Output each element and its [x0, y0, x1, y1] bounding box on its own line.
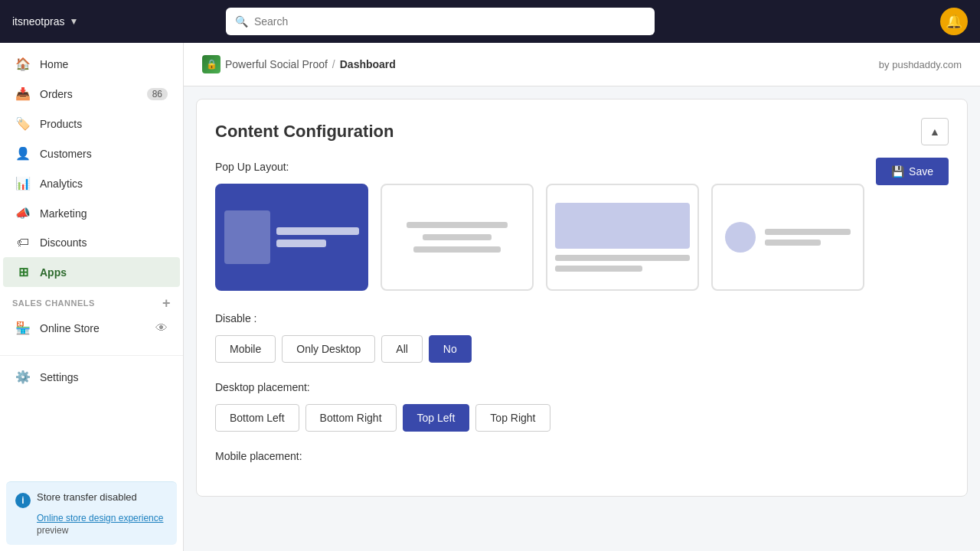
panel-header: Content Configuration ▲: [215, 118, 949, 145]
layout4-line2: [765, 240, 821, 246]
disable-section: Disable : Mobile Only Desktop All No: [215, 312, 949, 363]
sidebar-item-label: Products: [40, 118, 82, 130]
disable-all-button[interactable]: All: [381, 335, 423, 363]
store-name: itsneotpras: [12, 15, 64, 28]
analytics-icon: 📊: [15, 176, 31, 191]
layout2-line1: [407, 222, 507, 228]
home-icon: 🏠: [15, 57, 31, 71]
layout4-thumb-circle: [725, 222, 756, 253]
content-configuration-panel: Content Configuration ▲ 💾 Save Pop Up La…: [196, 99, 968, 497]
add-channel-button[interactable]: +: [162, 296, 171, 310]
eye-icon[interactable]: 👁: [155, 321, 168, 335]
layout2-line3: [413, 246, 501, 253]
orders-badge: 86: [147, 88, 168, 100]
layout-cards: [215, 184, 949, 291]
sidebar-item-settings[interactable]: ⚙️ Settings: [3, 362, 180, 392]
layout1-thumb-lines: [276, 227, 359, 247]
breadcrumb-current: Dashboard: [340, 58, 396, 70]
layout2-inner: [382, 210, 532, 265]
layout1-line1: [276, 227, 359, 235]
layout3-lines: [555, 255, 690, 272]
settings-icon: ⚙️: [15, 370, 31, 384]
popup-layout-section: Pop Up Layout:: [215, 161, 949, 291]
topbar: itsneotpras ▼ 🔍 🔔: [0, 0, 980, 43]
products-icon: 🏷️: [15, 116, 31, 131]
breadcrumb-separator: /: [332, 58, 335, 70]
layout1-inner: [217, 185, 367, 289]
placement-bottom-left-button[interactable]: Bottom Left: [215, 404, 299, 432]
mobile-placement-section: Mobile placement:: [215, 450, 949, 462]
search-icon: 🔍: [235, 15, 248, 28]
marketing-icon: 📣: [15, 206, 31, 220]
sidebar-item-orders[interactable]: 📥 Orders 86: [3, 79, 180, 109]
desktop-placement-section: Desktop placement: Bottom Left Bottom Ri…: [215, 381, 949, 432]
disable-mobile-button[interactable]: Mobile: [215, 335, 276, 363]
sidebar-nav: 🏠 Home 📥 Orders 86 🏷️ Products 👤 Custome…: [0, 43, 183, 475]
footer-preview: preview: [37, 525, 68, 536]
customers-icon: 👤: [15, 146, 31, 161]
layout4-inner: [713, 210, 863, 265]
desktop-placement-label: Desktop placement:: [215, 381, 949, 393]
layout-card-3[interactable]: [546, 184, 699, 291]
layout4-line1: [765, 229, 851, 235]
layout-card-1[interactable]: [215, 184, 368, 291]
footer-top: i Store transfer disabled: [15, 491, 168, 508]
panel-title: Content Configuration: [215, 122, 394, 142]
placement-top-left-button[interactable]: Top Left: [403, 404, 470, 432]
layout4-lines: [765, 229, 851, 246]
search-bar: 🔍: [226, 8, 655, 35]
collapse-button[interactable]: ▲: [921, 118, 949, 145]
layout2-line2: [423, 234, 492, 240]
panel-scroll[interactable]: Content Configuration ▲ 💾 Save Pop Up La…: [184, 86, 980, 551]
main-layout: 🏠 Home 📥 Orders 86 🏷️ Products 👤 Custome…: [0, 43, 980, 551]
discounts-icon: 🏷: [15, 236, 31, 249]
sidebar-item-analytics[interactable]: 📊 Analytics: [3, 168, 180, 198]
sidebar-item-label: Online Store: [40, 322, 100, 334]
breadcrumb: 🔒 Powerful Social Proof / Dashboard: [202, 55, 396, 73]
disable-no-button[interactable]: No: [429, 335, 472, 363]
placement-top-right-button[interactable]: Top Right: [475, 404, 550, 432]
apps-icon: ⊞: [15, 265, 31, 279]
footer-link[interactable]: Online store design experience: [37, 513, 163, 523]
layout3-line2: [555, 266, 642, 272]
sidebar-item-marketing[interactable]: 📣 Marketing: [3, 198, 180, 228]
app-logo-icon: 🔒: [202, 55, 220, 73]
sidebar-item-online-store[interactable]: 🏪 Online Store 👁: [3, 313, 180, 343]
sidebar-item-label: Settings: [40, 371, 79, 383]
save-icon: 💾: [891, 165, 904, 178]
search-input[interactable]: [254, 15, 645, 28]
footer-title: Store transfer disabled: [37, 491, 137, 503]
breadcrumb-bar: 🔒 Powerful Social Proof / Dashboard by p…: [184, 43, 980, 86]
sidebar-item-label: Orders: [40, 88, 73, 100]
sidebar-item-apps[interactable]: ⊞ Apps: [3, 257, 180, 287]
sidebar: 🏠 Home 📥 Orders 86 🏷️ Products 👤 Custome…: [0, 43, 184, 551]
disable-btn-group: Mobile Only Desktop All No: [215, 335, 949, 363]
layout1-line2: [276, 240, 326, 247]
sidebar-item-products[interactable]: 🏷️ Products: [3, 109, 180, 139]
content-area: 🔒 Powerful Social Proof / Dashboard by p…: [184, 43, 980, 551]
sidebar-item-label: Marketing: [40, 207, 87, 220]
sidebar-item-customers[interactable]: 👤 Customers: [3, 139, 180, 168]
sidebar-footer: i Store transfer disabled Online store d…: [6, 481, 177, 545]
sidebar-item-home[interactable]: 🏠 Home: [3, 49, 180, 79]
store-selector[interactable]: itsneotpras ▼: [12, 15, 78, 28]
layout-card-4[interactable]: [711, 184, 864, 291]
save-button[interactable]: 💾 Save: [876, 158, 949, 185]
placement-btn-group: Bottom Left Bottom Right Top Left Top Ri…: [215, 404, 949, 432]
sidebar-item-label: Home: [40, 58, 68, 70]
notification-bell[interactable]: 🔔: [940, 8, 968, 35]
sidebar-item-label: Analytics: [40, 178, 83, 190]
layout-card-2[interactable]: [381, 184, 534, 291]
layout3-line1: [555, 255, 690, 261]
placement-bottom-right-button[interactable]: Bottom Right: [305, 404, 397, 432]
online-store-icon: 🏪: [15, 321, 31, 335]
sidebar-item-label: Apps: [40, 266, 67, 279]
disable-only-desktop-button[interactable]: Only Desktop: [282, 335, 375, 363]
breadcrumb-parent[interactable]: Powerful Social Proof: [225, 58, 328, 70]
sidebar-item-discounts[interactable]: 🏷 Discounts: [3, 228, 180, 257]
layout1-thumb-img: [224, 210, 270, 264]
sidebar-item-label: Discounts: [40, 236, 87, 249]
popup-layout-label: Pop Up Layout:: [215, 161, 949, 173]
sidebar-item-label: Customers: [40, 148, 92, 160]
info-icon: i: [15, 493, 31, 508]
